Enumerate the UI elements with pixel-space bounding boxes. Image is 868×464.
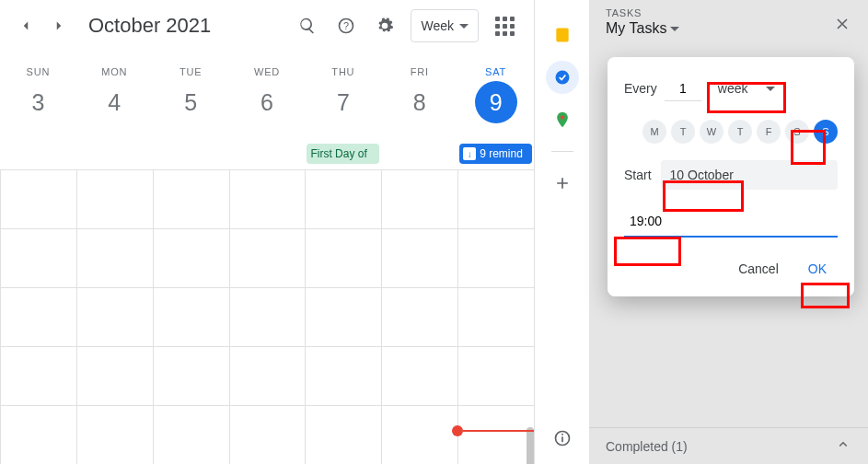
cancel-button[interactable]: Cancel [727, 254, 790, 284]
tasks-list-switcher[interactable]: My Tasks [606, 20, 851, 37]
day-number: 4 [93, 81, 135, 123]
weekday-sun[interactable]: S [814, 120, 838, 144]
weekday-wed[interactable]: W [700, 120, 723, 144]
start-date-value: 10 October [670, 168, 734, 182]
weekday-thu[interactable]: T [728, 120, 752, 144]
start-date-input[interactable]: 10 October [661, 160, 838, 190]
day-number: 5 [169, 81, 212, 123]
help-icon: ? [337, 17, 355, 35]
ok-button[interactable]: OK [797, 254, 838, 284]
close-icon [833, 15, 851, 33]
reminder-icon: ↓ [463, 147, 476, 160]
day-column-thu[interactable]: THU 7 [305, 52, 381, 144]
day-column-tue[interactable]: TUE 5 [153, 52, 229, 144]
day-column-fri[interactable]: FRI 8 [381, 52, 457, 144]
weekday-sat[interactable]: S [785, 120, 809, 144]
keep-icon [553, 26, 572, 44]
view-label: Week [421, 18, 454, 33]
caret-down-icon [459, 24, 469, 29]
search-icon [298, 17, 317, 35]
day-abbr: SUN [27, 66, 51, 77]
day-number: 3 [17, 81, 59, 123]
weekday-picker: M T W T F S S [624, 120, 838, 144]
recurrence-dialog: Every week M T W T F S S Start 10 Octobe… [608, 57, 854, 296]
get-addons-button[interactable] [546, 167, 579, 200]
day-number: 8 [399, 81, 441, 123]
chevron-right-icon [51, 17, 67, 34]
day-number: 6 [246, 81, 288, 123]
view-switcher[interactable]: Week [411, 9, 479, 42]
next-button[interactable] [44, 11, 74, 41]
interval-input[interactable] [665, 75, 701, 101]
svg-rect-2 [556, 29, 568, 42]
caret-down-icon [766, 87, 775, 91]
every-label: Every [624, 81, 657, 96]
divider [551, 151, 573, 152]
tasks-icon [553, 68, 572, 87]
prev-button[interactable] [11, 11, 41, 41]
day-abbr: MON [101, 66, 127, 77]
weekday-tue[interactable]: T [671, 120, 695, 144]
frequency-label: week [718, 81, 748, 96]
page-title: October 2021 [88, 14, 289, 38]
day-number: 7 [322, 81, 365, 123]
svg-text:?: ? [343, 20, 349, 31]
chevron-up-icon [835, 436, 851, 456]
apps-icon [495, 17, 515, 36]
now-indicator [457, 425, 534, 436]
calendar-grid[interactable] [0, 169, 534, 464]
completed-label: Completed (1) [606, 439, 688, 454]
weekday-mon[interactable]: M [642, 120, 666, 144]
svg-point-3 [555, 71, 569, 85]
apps-button[interactable] [486, 7, 523, 44]
chip-label: 9 remind [480, 147, 523, 160]
search-button[interactable] [289, 7, 326, 44]
day-column-mon[interactable]: MON 4 [76, 52, 153, 144]
chip-label: First Day of [310, 147, 366, 160]
weekday-fri[interactable]: F [757, 120, 781, 144]
day-column-sat[interactable]: SAT 9 [457, 52, 534, 144]
svg-point-4 [560, 115, 563, 119]
day-column-sun[interactable]: SUN 3 [0, 52, 76, 144]
start-label: Start [624, 168, 652, 182]
caret-down-icon [670, 27, 679, 31]
reminder-chip[interactable]: ↓ 9 remind [459, 144, 532, 164]
info-icon [553, 429, 572, 447]
tasks-list-name: My Tasks [606, 20, 666, 37]
time-input[interactable] [624, 206, 838, 238]
day-abbr: FRI [411, 66, 429, 77]
maps-addon-button[interactable] [546, 103, 579, 136]
svg-rect-7 [561, 434, 563, 435]
tasks-panel-label: TASKS [606, 7, 851, 18]
day-abbr: SAT [485, 66, 506, 77]
help-button[interactable]: ? [328, 7, 365, 44]
svg-rect-6 [561, 436, 563, 442]
day-number: 9 [475, 81, 517, 123]
close-tasks-button[interactable] [833, 15, 851, 39]
completed-section-toggle[interactable]: Completed (1) [589, 427, 868, 464]
maps-icon [553, 110, 572, 129]
tasks-addon-button[interactable] [546, 61, 579, 94]
keep-addon-button[interactable] [546, 18, 579, 52]
frequency-select[interactable]: week [709, 74, 785, 103]
info-button[interactable] [546, 422, 579, 455]
day-abbr: TUE [179, 66, 202, 77]
gear-icon [376, 17, 394, 35]
day-column-wed[interactable]: WED 6 [229, 52, 306, 144]
day-abbr: WED [254, 66, 280, 77]
event-chip-first-day[interactable]: First Day of [307, 144, 379, 164]
day-abbr: THU [331, 66, 354, 77]
chevron-left-icon [17, 17, 34, 34]
plus-icon [553, 174, 572, 192]
settings-button[interactable] [366, 7, 403, 44]
